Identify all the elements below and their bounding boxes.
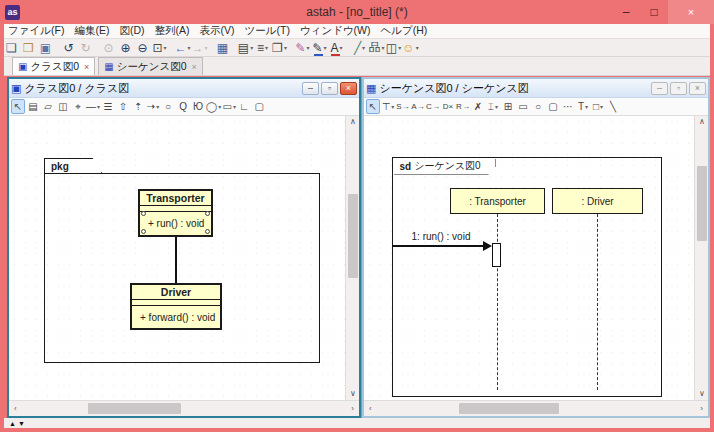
selection-handle[interactable] [205, 211, 210, 216]
sync-message-tool[interactable]: S→ [396, 99, 410, 114]
diagram-list[interactable]: ▦ [214, 40, 231, 56]
menu-item[interactable]: ツール(T) [239, 24, 294, 38]
scroll-left-icon[interactable]: ‹ [14, 405, 17, 413]
zoom-tool[interactable]: ⊙ [100, 40, 117, 56]
realization-tool[interactable]: ⇢ [146, 99, 160, 114]
create-message-tool[interactable]: C→ [426, 99, 440, 114]
text-tool[interactable]: T [576, 99, 590, 114]
tab-close-icon[interactable]: × [84, 62, 89, 72]
package-tool[interactable]: ▱ [41, 99, 55, 114]
zoom-out[interactable]: ⊖ [134, 40, 151, 56]
hierarchy[interactable]: 品 [368, 40, 385, 56]
note-tool[interactable]: ▢ [546, 99, 560, 114]
class-tool[interactable]: ▤ [26, 99, 40, 114]
lifeline-tool[interactable]: ⊤ [381, 99, 395, 114]
subsystem-tool[interactable]: ◫ [56, 99, 70, 114]
fit-view[interactable]: ⊡ [151, 40, 168, 56]
connector-tool[interactable]: ∟ [237, 99, 251, 114]
class-diagram-canvas[interactable]: pkg Transporter + run() : void Driver + … [9, 116, 359, 400]
menu-item[interactable]: ファイル(F) [3, 24, 69, 38]
back[interactable]: ← [174, 40, 191, 56]
class-horizontal-scrollbar[interactable]: ‹ › [9, 400, 359, 416]
scroll-down-icon[interactable]: ∨ [350, 390, 356, 398]
scroll-up-icon[interactable]: ∧ [350, 118, 356, 126]
association-tool[interactable]: — [86, 99, 100, 114]
menu-item[interactable]: ウィンドウ(W) [295, 24, 376, 38]
selection-handle[interactable] [141, 229, 146, 234]
inner-close-button[interactable]: × [689, 82, 706, 95]
sequence-horizontal-scrollbar[interactable]: ‹ › [364, 400, 708, 416]
scroll-right-icon[interactable]: › [351, 405, 354, 413]
interface-tool[interactable]: Q [176, 99, 190, 114]
ball-socket-tool[interactable]: Ю [191, 99, 205, 114]
undo[interactable]: ↺ [60, 40, 77, 56]
scroll-right-icon[interactable]: › [700, 405, 703, 413]
async-message-tool[interactable]: A→ [411, 99, 425, 114]
template-class-tool[interactable]: ☰ [101, 99, 115, 114]
package-tab[interactable]: pkg [44, 158, 102, 173]
scroll-thumb[interactable] [459, 403, 559, 414]
message-line[interactable] [392, 245, 484, 247]
generalization-tool[interactable]: ⇧ [116, 99, 130, 114]
line-tool[interactable]: ╲ [606, 99, 620, 114]
inner-restore-button[interactable]: ▫ [321, 82, 338, 95]
select-tool[interactable]: ↖ [366, 99, 380, 114]
tab-sequence-diagram[interactable]: ▦ シーケンス図0 × [98, 57, 203, 75]
tab-close-icon[interactable]: × [192, 62, 197, 72]
class-transporter[interactable]: Transporter + run() : void [138, 189, 213, 237]
forward[interactable]: → [191, 40, 208, 56]
pen-color[interactable]: ✎ [311, 40, 328, 56]
line-shape[interactable]: ╱ [351, 40, 368, 56]
scroll-up-icon[interactable]: ∧ [699, 118, 705, 126]
open-project[interactable]: ❒ [20, 40, 37, 56]
alignment[interactable]: ≡ [254, 40, 271, 56]
emoticon[interactable]: ☺ [402, 40, 419, 56]
class-window-titlebar[interactable]: ▣ クラス図0 / クラス図 – ▫ × [9, 79, 359, 98]
copy-style[interactable]: ❐ [271, 40, 288, 56]
scroll-thumb[interactable] [697, 166, 707, 241]
scroll-thumb[interactable] [348, 194, 358, 278]
redo[interactable]: ↻ [77, 40, 94, 56]
pin-tool[interactable]: ⌖ [71, 99, 85, 114]
association-line[interactable] [175, 237, 177, 283]
structure-tree[interactable]: ▤ [237, 40, 254, 56]
stop-tool[interactable]: ✗ [471, 99, 485, 114]
inner-minimize-button[interactable]: – [651, 82, 668, 95]
select-tool[interactable]: ↖ [11, 99, 25, 114]
new-file[interactable]: ❏ [3, 40, 20, 56]
operation-label[interactable]: + run() : void [140, 212, 211, 235]
menu-item[interactable]: 編集(E) [69, 24, 114, 38]
font-color[interactable]: A [328, 40, 345, 56]
interaction-frame-tab[interactable]: sd シーケンス図0 [394, 159, 496, 175]
save-project[interactable]: ▣ [37, 40, 54, 56]
class-driver[interactable]: Driver + forward() : void [130, 283, 222, 330]
interaction-use-tool[interactable]: ▭ [516, 99, 530, 114]
sequence-vertical-scrollbar[interactable]: ∧ ∨ [694, 116, 708, 400]
menu-item[interactable]: 図(D) [114, 24, 149, 38]
inner-close-button[interactable]: × [340, 82, 357, 95]
message-label[interactable]: 1: run() : void [396, 231, 486, 242]
sequence-window-titlebar[interactable]: ▦ シーケンス図0 / シーケンス図 – ▫ × [364, 79, 708, 98]
dots-tool[interactable]: ⋯ [561, 99, 575, 114]
menu-item[interactable]: 表示(V) [194, 24, 239, 38]
port-tool[interactable]: ◯ [206, 99, 221, 114]
lifeline-transporter[interactable]: : Transporter [450, 188, 545, 214]
page-down-icon[interactable]: ▼ [18, 420, 25, 427]
title-bar[interactable]: as astah - [no_title] (*) – □ × [0, 0, 714, 24]
window-layout[interactable]: ◫ [385, 40, 402, 56]
scroll-thumb[interactable] [88, 403, 181, 414]
lifeline-driver[interactable]: : Driver [552, 188, 643, 214]
rect-tool[interactable]: □ [591, 99, 605, 114]
scroll-left-icon[interactable]: ‹ [369, 405, 372, 413]
menu-item[interactable]: ヘルプ(H) [376, 24, 433, 38]
activation-bar[interactable] [492, 243, 501, 267]
combined-fragment-tool[interactable]: ⊞ [501, 99, 515, 114]
part-tool[interactable]: ▭ [222, 99, 236, 114]
scroll-down-icon[interactable]: ∨ [699, 390, 705, 398]
reply-message-tool[interactable]: R→ [456, 99, 470, 114]
inner-restore-button[interactable]: ▫ [670, 82, 687, 95]
class-diagram-window[interactable]: ▣ クラス図0 / クラス図 – ▫ × ↖▤▱◫⌖—☰⇧⇡⇢○QЮ◯▭∟▢ p… [7, 77, 361, 418]
class-vertical-scrollbar[interactable]: ∧ ∨ [345, 116, 359, 400]
selection-handle[interactable] [205, 229, 210, 234]
dependency-tool[interactable]: ⇡ [131, 99, 145, 114]
